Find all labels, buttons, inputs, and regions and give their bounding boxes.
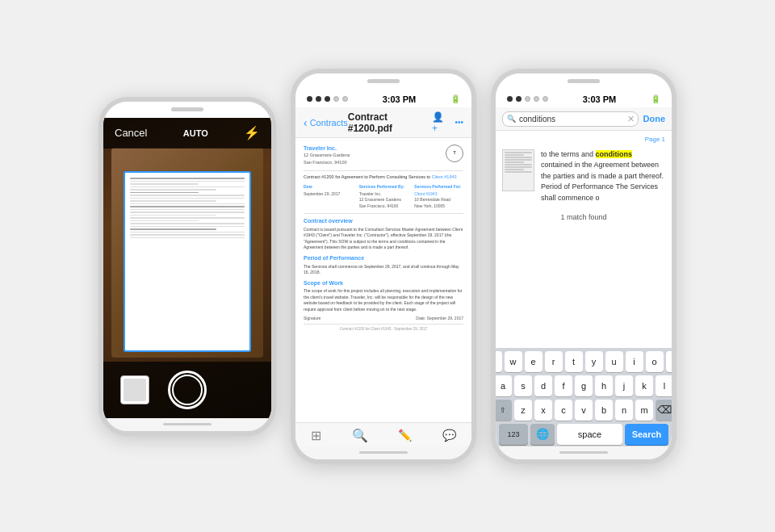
time-display: 3:03 PM (383, 94, 417, 104)
key-r[interactable]: r (545, 351, 563, 372)
key-v[interactable]: v (575, 400, 593, 421)
key-h[interactable]: h (595, 375, 613, 396)
key-globe[interactable]: 🌐 (530, 424, 555, 445)
key-d[interactable]: d (534, 375, 552, 396)
status-bar-3: 3:03 PM 🔋 (496, 90, 672, 107)
cancel-button[interactable]: Cancel (115, 127, 147, 139)
document-title: Contract #1200.pdf (348, 111, 432, 134)
search-result-item[interactable]: to the terms and conditions contained in… (502, 146, 665, 207)
key-y[interactable]: y (585, 351, 603, 372)
company-name: Traveler Inc. (304, 145, 350, 153)
page-label: Page 1 (502, 136, 665, 143)
edit-tab-icon[interactable]: ✏️ (398, 429, 412, 442)
highlight-conditions: conditions (596, 150, 633, 158)
doc-footer: Contract #1200 for Client #1943 · Septem… (304, 324, 463, 332)
camera-document (124, 171, 251, 351)
phone-search: 3:03 PM 🔋 🔍 conditions ✕ Done Page 1 (491, 69, 677, 464)
company-address: 12 Grassmere Gardens (304, 152, 350, 159)
phone-camera: Cancel AUTO ⚡ (98, 97, 276, 436)
key-z[interactable]: z (514, 400, 532, 421)
camera-header: Cancel AUTO ⚡ (103, 118, 271, 149)
company-logo: T (446, 145, 463, 162)
search-screen: 🔍 conditions ✕ Done Page 1 (496, 107, 672, 446)
performance-body: The Services shall commence on September… (304, 264, 463, 276)
comment-tab-icon[interactable]: 💬 (442, 429, 456, 442)
key-j[interactable]: j (615, 375, 633, 396)
key-t[interactable]: t (565, 351, 583, 372)
key-numbers[interactable]: 123 (499, 424, 528, 445)
document-content: Traveler Inc. 12 Grassmere Gardens San F… (295, 138, 471, 422)
search-bar: 🔍 conditions ✕ Done (496, 107, 672, 131)
match-count: 1 match found (502, 213, 665, 221)
result-thumbnail (502, 149, 534, 191)
key-a[interactable]: a (496, 375, 512, 396)
keyboard-bottom-row: 123 🌐 space Search (497, 424, 670, 445)
key-w[interactable]: w (505, 351, 522, 372)
keyboard-row-1: q w e r t y u i o p (497, 351, 670, 372)
scope-body: The scope of work for this project inclu… (304, 288, 463, 312)
key-o[interactable]: o (646, 351, 664, 372)
document-nav: ‹ Contracts Contract #1200.pdf 👤+ ••• (295, 107, 471, 138)
key-space[interactable]: space (557, 424, 622, 445)
search-clear-icon[interactable]: ✕ (627, 114, 635, 124)
key-e[interactable]: e (525, 351, 542, 372)
add-user-icon[interactable]: 👤+ (432, 111, 449, 134)
chevron-left-icon: ‹ (304, 116, 308, 129)
camera-screen: Cancel AUTO ⚡ (103, 118, 271, 418)
key-k[interactable]: k (635, 375, 653, 396)
key-q[interactable]: q (496, 351, 502, 372)
auto-badge: AUTO (183, 128, 208, 138)
signature-row: Signature Date: September 29, 2017 (304, 316, 463, 321)
tab-bar: ⊞ 🔍 ✏️ 💬 (295, 422, 471, 446)
key-m[interactable]: m (635, 400, 653, 421)
grid-tab-icon[interactable]: ⊞ (311, 428, 321, 443)
camera-bottom-bar (103, 362, 271, 418)
document-screen: ‹ Contracts Contract #1200.pdf 👤+ ••• Tr… (295, 107, 471, 446)
signal-dots-3 (507, 96, 548, 102)
search-done-button[interactable]: Done (643, 114, 666, 124)
company-city: San Francisco, 94100 (304, 159, 350, 166)
contract-table: Date September 29, 2017 Services Perform… (304, 184, 463, 210)
key-x[interactable]: x (534, 400, 552, 421)
keyboard: q w e r t y u i o p a s d f g h (496, 348, 672, 446)
search-tab-icon[interactable]: 🔍 (352, 428, 368, 443)
key-b[interactable]: b (595, 400, 613, 421)
flash-icon[interactable]: ⚡ (244, 125, 260, 140)
key-f[interactable]: f (555, 375, 572, 396)
battery-icon-3: 🔋 (651, 94, 660, 103)
search-icon: 🔍 (507, 115, 516, 123)
performance-title: Period of Performance (304, 254, 463, 262)
key-backspace[interactable]: ⌫ (656, 400, 672, 421)
nav-actions: 👤+ ••• (432, 111, 463, 134)
key-c[interactable]: c (555, 400, 572, 421)
overview-title: Contract overview (304, 217, 463, 225)
key-shift[interactable]: ⇧ (496, 400, 512, 421)
battery-icon: 🔋 (450, 94, 460, 103)
signal-dots (307, 96, 348, 102)
shutter-button[interactable] (168, 371, 207, 409)
key-s[interactable]: s (514, 375, 532, 396)
status-bar-2: 3:03 PM 🔋 (295, 90, 471, 107)
search-button[interactable]: Search (625, 424, 668, 445)
more-options-icon[interactable]: ••• (455, 118, 463, 127)
phone-document: 3:03 PM 🔋 ‹ Contracts Contract #1200.pdf… (291, 69, 476, 464)
key-l[interactable]: l (656, 375, 672, 396)
key-g[interactable]: g (575, 375, 593, 396)
result-text: to the terms and conditions contained in… (541, 149, 665, 204)
search-input[interactable]: conditions (502, 111, 639, 127)
scope-title: Scope of Work (304, 279, 463, 287)
key-u[interactable]: u (605, 351, 623, 372)
back-button[interactable]: ‹ Contracts (304, 116, 348, 129)
search-results: Page 1 to the terms and condi (496, 131, 672, 348)
key-i[interactable]: i (626, 351, 643, 372)
overview-body: Contract is issued pursuant to the Consu… (304, 227, 463, 251)
back-label: Contracts (310, 118, 348, 128)
key-n[interactable]: n (615, 400, 633, 421)
time-display-3: 3:03 PM (583, 94, 617, 104)
keyboard-row-3: ⇧ z x c v b n m ⌫ (497, 400, 670, 421)
keyboard-row-2: a s d f g h j k l (497, 375, 670, 396)
key-p[interactable]: p (666, 351, 672, 372)
camera-thumbnail[interactable] (120, 375, 149, 404)
contract-intro: Contract #1200 for Agreement to Perform … (304, 174, 463, 181)
search-field-wrapper: 🔍 conditions ✕ (502, 111, 639, 127)
